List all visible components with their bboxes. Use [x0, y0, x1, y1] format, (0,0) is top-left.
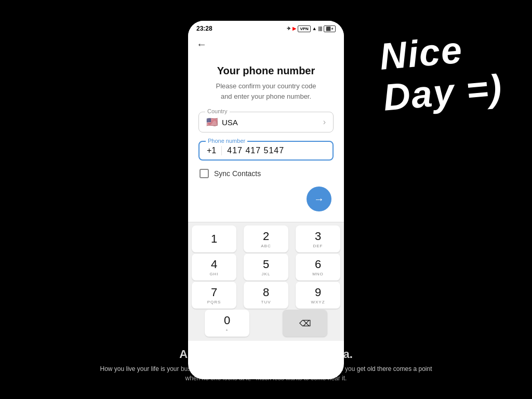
key-3[interactable]: 3 DEF — [296, 225, 340, 252]
key-7-main: 7 — [211, 286, 217, 299]
key-3-sub: DEF — [313, 244, 323, 248]
phone-number-field[interactable]: Phone number +1 417 417 5147 — [198, 141, 334, 161]
key-2-main: 2 — [263, 230, 269, 243]
numeric-keypad: 1 2 ABC 3 DEF 4 GHI 5 JKL 6 — [188, 222, 344, 341]
country-flag: 🇺🇸 — [206, 116, 218, 128]
keypad-row-1: 1 2 ABC 3 DEF — [188, 225, 344, 252]
key-2[interactable]: 2 ABC — [244, 225, 288, 252]
key-7-sub: PQRS — [207, 300, 221, 304]
key-4[interactable]: 4 GHI — [192, 254, 236, 281]
country-name: USA — [222, 118, 238, 127]
key-9[interactable]: 9 WXYZ — [296, 282, 340, 309]
key-5-sub: JKL — [262, 272, 271, 276]
country-label: Country — [205, 108, 230, 114]
sync-contacts-checkbox[interactable] — [200, 169, 209, 178]
key-4-sub: GHI — [209, 272, 218, 276]
key-0-main: 0 — [224, 314, 230, 327]
status-bar: 23:28 ✈ ▶ VPN ▲ ||| ⬛+ — [188, 21, 344, 34]
page-subtitle: Please confirm your country codeand ente… — [198, 81, 334, 101]
status-icons: ✈ ▶ VPN ▲ ||| ⬛+ — [287, 25, 336, 32]
key-0[interactable]: 0 + — [205, 310, 249, 337]
battery-icon: ⬛+ — [324, 25, 336, 32]
key-5[interactable]: 5 JKL — [244, 254, 288, 281]
sync-contacts-row[interactable]: Sync Contacts — [198, 169, 334, 178]
key-9-sub: WXYZ — [311, 300, 325, 304]
vpn-icon: VPN — [298, 25, 310, 32]
next-button-container: → — [198, 187, 334, 211]
keypad-row-2: 4 GHI 5 JKL 6 MNO — [188, 254, 344, 281]
key-8-main: 8 — [263, 286, 269, 299]
key-9-main: 9 — [315, 286, 321, 299]
key-6-main: 6 — [315, 258, 321, 271]
next-button[interactable]: → — [307, 187, 331, 211]
key-1-main: 1 — [211, 232, 217, 246]
key-7[interactable]: 7 PQRS — [192, 282, 236, 309]
phone-header: ← — [188, 34, 344, 55]
key-delete[interactable]: ⌫ — [283, 310, 327, 337]
signal-icon: ||| — [318, 26, 323, 31]
phone-number-label: Phone number — [206, 138, 247, 144]
sync-contacts-label: Sync Contacts — [214, 169, 261, 178]
country-row: 🇺🇸 USA › — [206, 116, 326, 128]
phone-content: Your phone number Please confirm your co… — [188, 55, 344, 222]
delete-icon: ⌫ — [299, 318, 311, 328]
wifi-icon: ▲ — [312, 26, 317, 31]
key-8[interactable]: 8 TUV — [244, 282, 288, 309]
nice-day-decoration: Nice Day =) — [378, 26, 504, 118]
key-5-main: 5 — [263, 258, 269, 271]
key-0-sub: + — [225, 328, 229, 332]
keypad-row-4: 0 + ⌫ — [188, 310, 344, 337]
key-6-sub: MNO — [312, 272, 324, 276]
youtube-icon: ▶ — [292, 26, 296, 31]
key-8-sub: TUV — [261, 300, 271, 304]
chevron-icon: › — [323, 117, 326, 127]
back-button[interactable]: ← — [196, 38, 207, 50]
page-title: Your phone number — [198, 65, 334, 77]
status-time: 23:28 — [196, 25, 212, 32]
key-2-sub: ABC — [261, 244, 271, 248]
key-1[interactable]: 1 — [192, 225, 236, 252]
country-selector[interactable]: Country 🇺🇸 USA › — [198, 112, 334, 132]
key-6[interactable]: 6 MNO — [296, 254, 340, 281]
key-4-main: 4 — [211, 258, 217, 271]
key-3-main: 3 — [315, 230, 321, 243]
phone-number-value: 417 417 5147 — [227, 146, 284, 155]
country-code: +1 — [207, 146, 222, 155]
phone-mockup: 23:28 ✈ ▶ VPN ▲ ||| ⬛+ ← Your phone numb… — [188, 21, 344, 379]
keypad-row-3: 7 PQRS 8 TUV 9 WXYZ — [188, 282, 344, 309]
country-left: 🇺🇸 USA — [206, 116, 238, 128]
telegram-icon: ✈ — [287, 26, 291, 31]
